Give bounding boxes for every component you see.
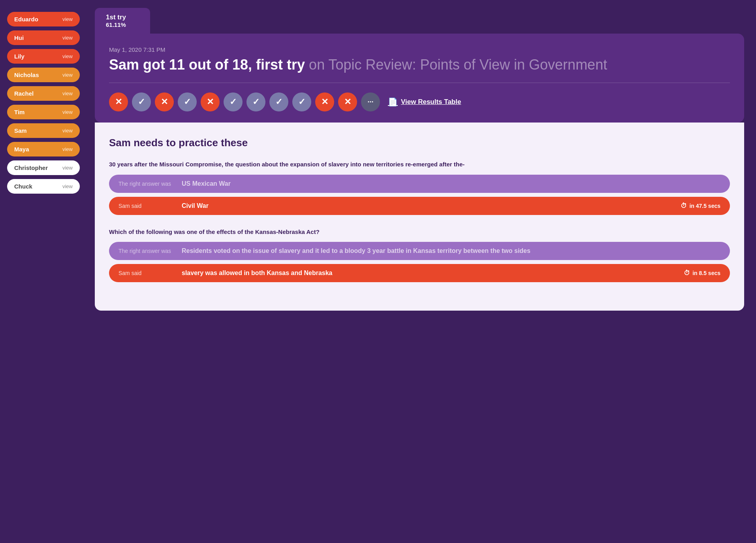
sidebar-item-maya[interactable]: Maya view bbox=[7, 142, 80, 156]
question-block-0: 30 years after the Missouri Compromise, … bbox=[109, 160, 730, 215]
doc-icon: 📄 bbox=[388, 97, 398, 107]
student-name-tim: Tim bbox=[14, 109, 24, 115]
clock-icon-0: ⏱ bbox=[681, 202, 687, 209]
correct-label-1: The right answer was bbox=[118, 248, 182, 254]
answer-icon-10[interactable]: ✕ bbox=[338, 92, 357, 111]
questions-container: 30 years after the Missouri Compromise, … bbox=[109, 160, 730, 282]
wrong-label-0: Sam said bbox=[118, 203, 182, 209]
wrong-value-0: Civil War bbox=[182, 202, 681, 209]
view-link-tim[interactable]: view bbox=[62, 109, 73, 115]
result-title-dim: on Topic Review: Points of View in Gover… bbox=[309, 57, 607, 73]
correct-label-0: The right answer was bbox=[118, 181, 182, 187]
view-link-chuck[interactable]: view bbox=[62, 183, 73, 189]
sidebar-item-rachel[interactable]: Rachel view bbox=[7, 86, 80, 101]
main-content: 1st try 61.11% May 1, 2020 7:31 PM Sam g… bbox=[87, 0, 756, 543]
view-link-sam[interactable]: view bbox=[62, 128, 73, 134]
answer-icon-9[interactable]: ✕ bbox=[315, 92, 334, 111]
result-title: Sam got 11 out of 18, first try on Topic… bbox=[109, 56, 730, 73]
clock-icon-1: ⏱ bbox=[684, 270, 690, 277]
correct-answer-row-1: The right answer was Residents voted on … bbox=[109, 242, 730, 260]
student-name-maya: Maya bbox=[14, 146, 29, 153]
view-link-maya[interactable]: view bbox=[62, 146, 73, 152]
answer-icon-3[interactable]: ✓ bbox=[178, 92, 197, 111]
sidebar-item-chuck[interactable]: Chuck view bbox=[7, 179, 80, 194]
answer-time-1: ⏱ in 8.5 secs bbox=[684, 270, 720, 277]
practice-section: Sam needs to practice these 30 years aft… bbox=[95, 123, 744, 311]
view-link-christopher[interactable]: view bbox=[62, 165, 73, 171]
time-text-1: in 8.5 secs bbox=[692, 270, 720, 276]
icons-row: ✕✓✕✓✕✓✓✓✓✕✕···📄View Results Table bbox=[109, 92, 730, 111]
answer-icon-7[interactable]: ✓ bbox=[269, 92, 288, 111]
view-link-eduardo[interactable]: view bbox=[62, 16, 73, 22]
result-title-strong: Sam got 11 out of 18, first try bbox=[109, 57, 305, 73]
wrong-answer-row-1: Sam said slavery was allowed in both Kan… bbox=[109, 264, 730, 282]
practice-title: Sam needs to practice these bbox=[109, 137, 730, 149]
sidebar-item-sam[interactable]: Sam view bbox=[7, 123, 80, 138]
answer-icon-0[interactable]: ✕ bbox=[109, 92, 128, 111]
answer-time-0: ⏱ in 47.5 secs bbox=[681, 202, 720, 209]
wrong-value-1: slavery was allowed in both Kansas and N… bbox=[182, 270, 684, 277]
sidebar-item-hui[interactable]: Hui view bbox=[7, 30, 80, 45]
answer-icon-2[interactable]: ✕ bbox=[155, 92, 174, 111]
sidebar-item-lily[interactable]: Lily view bbox=[7, 49, 80, 64]
correct-answer-row-0: The right answer was US Mexican War bbox=[109, 175, 730, 193]
student-name-hui: Hui bbox=[14, 34, 24, 41]
sidebar-item-nicholas[interactable]: Nicholas view bbox=[7, 68, 80, 82]
time-text-0: in 47.5 secs bbox=[689, 203, 720, 209]
question-block-1: Which of the following was one of the ef… bbox=[109, 228, 730, 283]
view-results-label: View Results Table bbox=[401, 98, 461, 106]
view-link-rachel[interactable]: view bbox=[62, 90, 73, 96]
result-divider bbox=[109, 83, 730, 83]
first-try-tab[interactable]: 1st try 61.11% bbox=[95, 8, 150, 34]
student-name-sam: Sam bbox=[14, 127, 27, 134]
wrong-label-1: Sam said bbox=[118, 270, 182, 276]
student-name-chuck: Chuck bbox=[14, 183, 32, 190]
answer-icon-11[interactable]: ··· bbox=[361, 92, 380, 111]
answer-icon-8[interactable]: ✓ bbox=[292, 92, 311, 111]
sidebar-item-eduardo[interactable]: Eduardo view bbox=[7, 12, 80, 26]
view-link-nicholas[interactable]: view bbox=[62, 72, 73, 78]
sidebar-item-tim[interactable]: Tim view bbox=[7, 105, 80, 119]
sidebar-item-christopher[interactable]: Christopher view bbox=[7, 160, 80, 175]
question-text-1: Which of the following was one of the ef… bbox=[109, 228, 730, 237]
view-link-hui[interactable]: view bbox=[62, 35, 73, 41]
student-name-christopher: Christopher bbox=[14, 164, 48, 171]
answer-icon-6[interactable]: ✓ bbox=[246, 92, 265, 111]
answer-icon-1[interactable]: ✓ bbox=[132, 92, 151, 111]
student-name-lily: Lily bbox=[14, 53, 24, 60]
student-name-eduardo: Eduardo bbox=[14, 16, 38, 23]
result-card: May 1, 2020 7:31 PM Sam got 11 out of 18… bbox=[95, 34, 744, 123]
tab-try-label: 1st try bbox=[106, 13, 126, 21]
view-results-button[interactable]: 📄View Results Table bbox=[388, 97, 461, 107]
correct-value-0: US Mexican War bbox=[182, 180, 720, 187]
wrong-answer-row-0: Sam said Civil War ⏱ in 47.5 secs bbox=[109, 197, 730, 215]
answer-icon-4[interactable]: ✕ bbox=[201, 92, 220, 111]
tab-bar: 1st try 61.11% bbox=[95, 8, 744, 34]
answer-icon-5[interactable]: ✓ bbox=[224, 92, 243, 111]
student-name-rachel: Rachel bbox=[14, 90, 34, 97]
view-link-lily[interactable]: view bbox=[62, 53, 73, 59]
correct-value-1: Residents voted on the issue of slavery … bbox=[182, 247, 720, 255]
student-name-nicholas: Nicholas bbox=[14, 72, 39, 78]
result-date: May 1, 2020 7:31 PM bbox=[109, 46, 730, 53]
sidebar: Eduardo view Hui view Lily view Nicholas… bbox=[0, 0, 87, 543]
tab-score-label: 61.11% bbox=[106, 21, 126, 28]
question-text-0: 30 years after the Missouri Compromise, … bbox=[109, 160, 730, 169]
